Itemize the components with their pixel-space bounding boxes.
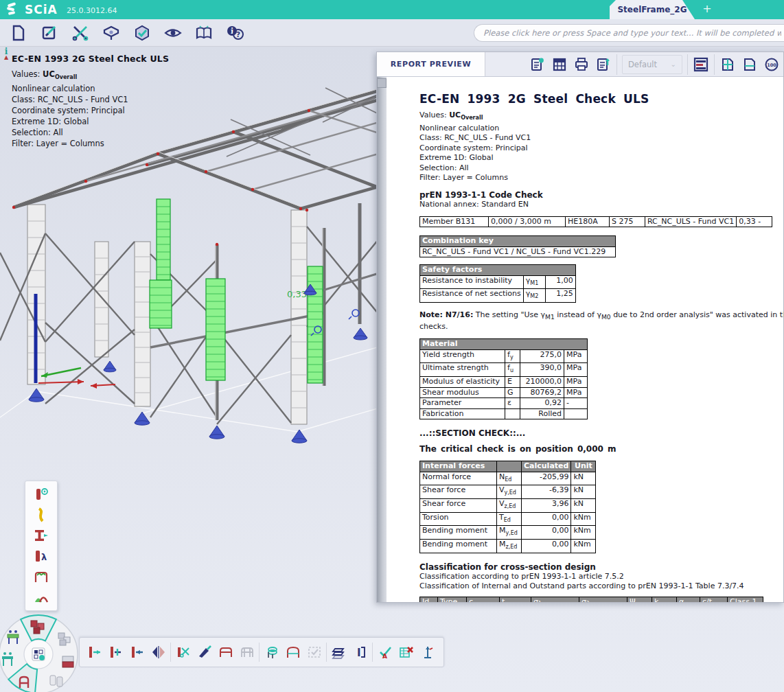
check-style-button[interactable]: A (374, 640, 395, 665)
new-tab-button[interactable]: + (700, 2, 714, 15)
rename-button[interactable]: I (349, 640, 371, 665)
table-cell: 1,25 (545, 289, 575, 303)
curved-beam-icon (33, 507, 49, 523)
tools-button[interactable] (65, 21, 95, 45)
seat-tool-button[interactable] (261, 640, 282, 665)
align-members-button[interactable] (126, 640, 148, 665)
frame-tool-button[interactable] (215, 640, 236, 665)
table-row: Resistance of net sectionsγM21,25 (420, 289, 576, 303)
column-settings-button[interactable] (29, 484, 54, 505)
print-button[interactable] (570, 54, 592, 75)
table-cell: 80769,2 (520, 387, 564, 398)
zoom-preset-value: Default (628, 60, 657, 69)
table-cell (564, 408, 588, 419)
toolbar-separator (616, 54, 617, 75)
trim-button[interactable] (172, 640, 194, 665)
table-cell: RC_NC_ULS - Fund VC1 / NC_ULS - Fund VC1… (420, 246, 616, 257)
report-page: EC-EN 1993 2G Steel Check ULS Values: UC… (387, 77, 783, 602)
table-cell: 1,00 (545, 275, 575, 289)
help-button[interactable]: i ? (219, 21, 250, 45)
library-button[interactable] (188, 21, 219, 45)
table-row: Modulus of elasticityE210000,0MPa (420, 377, 588, 388)
calculate-button[interactable] (126, 21, 157, 45)
cross-section-button[interactable] (29, 525, 54, 546)
two-pages-button[interactable] (717, 54, 739, 75)
model-button[interactable] (95, 21, 126, 45)
table-row: Shear modulusG80769,2MPa (420, 387, 588, 398)
table-cell: 3,96 (522, 499, 571, 513)
frame-load-button[interactable] (29, 566, 54, 587)
shell-button[interactable] (29, 587, 54, 608)
visibility-button[interactable] (157, 21, 188, 45)
table-cell (505, 408, 520, 419)
export-report-button[interactable] (592, 54, 614, 75)
table-cell: Bending moment (420, 540, 497, 553)
page-scroll-corner[interactable] (377, 78, 387, 88)
table-row: Yield strengthfy275,0MPa (420, 349, 588, 363)
single-page-button[interactable] (739, 54, 761, 75)
layers-button[interactable] (328, 640, 349, 665)
table-cell: Fabrication (420, 408, 505, 419)
command-line-input[interactable] (474, 24, 784, 42)
table-cell: MPa (564, 377, 588, 388)
table-cell: 0,00 (522, 540, 571, 553)
toolbar-separator (259, 643, 260, 662)
dimension-button[interactable] (417, 640, 438, 665)
table-cell: Rolled (520, 408, 564, 419)
curved-beam-button[interactable] (29, 505, 54, 525)
workstation-wheel[interactable] (0, 611, 84, 692)
paintbrush-button[interactable] (194, 640, 215, 665)
meta-line: Extreme 1D: Global (419, 153, 783, 163)
safety-factors-table: Safety factors Resistance to instability… (419, 264, 576, 303)
report-preview-tab[interactable]: REPORT PREVIEW (377, 52, 485, 76)
meta-line: Filter: Layer = Columns (419, 173, 783, 183)
toc-button[interactable] (690, 54, 712, 75)
check-cube-icon (133, 24, 151, 42)
selection-box-button[interactable] (303, 640, 325, 665)
svg-text:λ: λ (41, 552, 47, 562)
zoom-100-button[interactable]: 100 (761, 54, 783, 75)
table-cell: - (564, 398, 588, 409)
mirror-button[interactable] (148, 640, 169, 665)
wheel-center-button[interactable] (32, 648, 45, 660)
connect-members-button[interactable] (105, 640, 126, 665)
edit-button[interactable] (34, 21, 65, 45)
help-info-icon: i ? (225, 24, 244, 42)
member-summary-table: Member B1310,000 / 3,000 m HE180AS 275 R… (419, 216, 772, 228)
project-tab[interactable]: SteelFrame_2G (610, 0, 695, 19)
material-table: Material Yield strengthfy275,0MPaUltimat… (419, 338, 588, 419)
new-project-button[interactable] (3, 21, 34, 45)
table-cell: Resistance of net sections (420, 289, 524, 303)
table-cell: Shear modulus (420, 387, 505, 398)
table-cell: MPa (564, 363, 588, 377)
new-report-button[interactable] (527, 54, 549, 75)
table-cell: TEd (497, 512, 522, 526)
legend-info-marker[interactable]: i ▲ (2, 48, 10, 60)
legend-line: Selection: All (12, 127, 169, 138)
wheel-icon-box[interactable] (62, 656, 73, 667)
member-tools-toolbar: λ (25, 481, 58, 611)
table-cell: Vy,Ed (497, 485, 522, 499)
table-row: Bending momentMz,Ed0,00kNm (420, 540, 596, 553)
table-cell: kN (571, 472, 596, 485)
table-cell: My,Ed (497, 526, 522, 540)
zoom-preset-select[interactable]: Default ⌄ (622, 55, 682, 74)
hall-frame-button[interactable] (282, 640, 303, 665)
buckling-button[interactable]: λ (29, 546, 54, 566)
frame-tool-disabled-button[interactable] (236, 640, 257, 665)
report-title: EC-EN 1993 2G Steel Check ULS (419, 92, 783, 106)
toolbar-separator (714, 54, 715, 75)
table-cell: Modulus of elasticity (420, 377, 505, 388)
insert-table-button[interactable] (549, 54, 570, 75)
table-row: Bending momentMy,Ed0,00kNm (420, 526, 596, 540)
legend-line: Filter: Layer = Columns (12, 138, 169, 149)
move-node-button[interactable] (84, 640, 105, 665)
warning-triangle-icon: ▲ (2, 55, 10, 60)
table-cell: ε (505, 398, 520, 409)
table-cell: Mz,Ed (497, 540, 522, 553)
table-cell: Ultimate strength (420, 363, 505, 377)
legend-values-line: Values: UCOverall (12, 69, 169, 83)
delete-table-button[interactable] (395, 640, 417, 665)
table-cell: 0,00 (522, 512, 571, 526)
table-cell: 210000,0 (520, 377, 564, 388)
